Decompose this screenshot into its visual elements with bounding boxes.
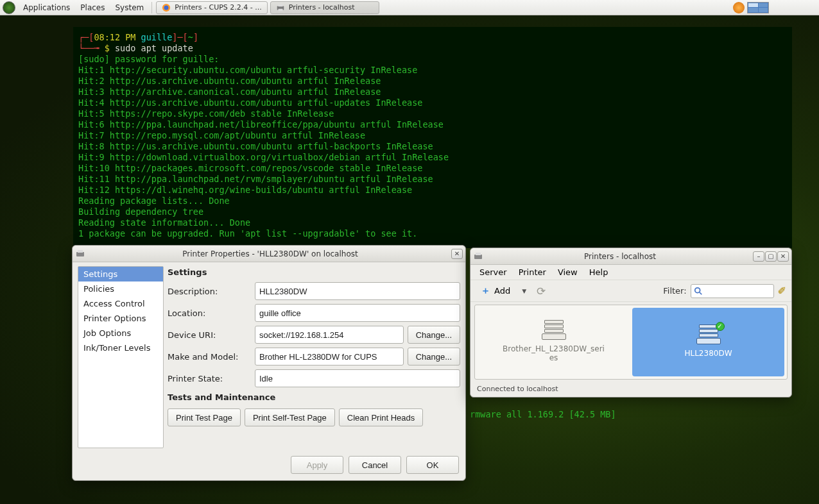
minimize-icon: – — [757, 253, 761, 260]
menu-applications[interactable]: Applications — [19, 2, 74, 13]
printer-item-hll2380dw[interactable]: ✓ HLL2380DW — [632, 308, 784, 376]
brush-icon: ✐ — [778, 285, 786, 297]
terminal-output-fragment: rmware all 1.169.2 [42.5 MB] — [470, 409, 616, 419]
svg-line-10 — [699, 292, 702, 294]
window-title: Printers - localhost — [487, 252, 753, 261]
window-title: Printer Properties - 'HLL2380DW' on loca… — [89, 249, 451, 258]
plus-icon: ＋ — [481, 285, 490, 297]
sidebar-item-ink-toner[interactable]: Ink/Toner Levels — [78, 340, 163, 355]
titlebar[interactable]: Printers - localhost – ▢ ✕ — [470, 248, 791, 265]
label-printer-state: Printer State: — [168, 374, 251, 383]
filter-label: Filter: — [663, 286, 686, 296]
button-ok[interactable]: OK — [406, 456, 459, 474]
sidebar-item-job-options[interactable]: Job Options — [78, 326, 163, 340]
statusbar: Connected to localhost — [470, 382, 791, 397]
menu-help[interactable]: Help — [584, 266, 614, 278]
taskbar-entry-label: Printers - localhost — [289, 3, 355, 12]
add-label: Add — [494, 286, 510, 296]
menu-printer[interactable]: Printer — [513, 266, 551, 278]
maximize-icon: ▢ — [768, 253, 773, 260]
input-printer-state — [255, 369, 460, 387]
clear-filter-button[interactable]: ✐ — [778, 285, 786, 297]
window-maximize-button[interactable]: ▢ — [765, 251, 777, 262]
firefox-icon — [162, 3, 171, 12]
button-apply: Apply — [291, 456, 343, 474]
input-location[interactable] — [255, 304, 460, 322]
default-check-icon: ✓ — [716, 322, 725, 331]
printer-icon — [276, 3, 285, 12]
input-description[interactable] — [255, 282, 460, 300]
printer-item-brother[interactable]: Brother_HL_L2380DW_series — [478, 308, 630, 376]
dialog-footer: Apply Cancel OK — [73, 451, 465, 480]
menu-places[interactable]: Places — [76, 2, 108, 13]
label-description: Description: — [168, 287, 251, 296]
sidebar-item-access-control[interactable]: Access Control — [78, 296, 163, 311]
refresh-button[interactable]: ⟳ — [533, 285, 549, 298]
window-close-button[interactable]: ✕ — [451, 249, 463, 259]
distro-logo-icon[interactable] — [3, 1, 15, 14]
label-device-uri: Device URI: — [168, 330, 251, 340]
printer-icon — [75, 249, 85, 259]
printer-stack-icon — [540, 320, 567, 340]
add-dropdown[interactable]: ▼ — [519, 288, 529, 294]
sidebar-item-printer-options[interactable]: Printer Options — [78, 311, 163, 326]
input-make-model — [255, 348, 404, 365]
terminal-output[interactable]: ┌─[08:12 PM guille]─[~] └──╼ $ sudo apt … — [73, 27, 792, 248]
svg-rect-3 — [278, 4, 282, 6]
printer-item-label: HLL2380DW — [684, 349, 732, 358]
taskbar-entry-firefox[interactable]: Printers - CUPS 2.2.4 - ... — [156, 1, 268, 14]
tray-blank — [772, 2, 816, 13]
button-change-make-model[interactable]: Change... — [408, 348, 460, 365]
close-icon: ✕ — [454, 250, 460, 257]
panel-separator — [151, 2, 152, 13]
menubar: Server Printer View Help — [470, 265, 791, 280]
label-location: Location: — [168, 308, 251, 318]
input-device-uri — [255, 326, 404, 344]
button-add-printer[interactable]: ＋ Add — [476, 283, 515, 299]
system-tray — [733, 2, 816, 13]
titlebar[interactable]: Printer Properties - 'HLL2380DW' on loca… — [73, 246, 465, 262]
menu-system[interactable]: System — [111, 2, 148, 13]
button-change-device-uri[interactable]: Change... — [408, 326, 460, 344]
svg-rect-4 — [278, 8, 282, 11]
svg-rect-5 — [76, 252, 84, 256]
button-print-test-page[interactable]: Print Test Page — [168, 408, 241, 426]
printers-list: Brother_HL_L2380DW_series ✓ HLL2380DW — [474, 305, 788, 380]
sidebar-item-policies[interactable]: Policies — [78, 281, 163, 296]
button-print-self-test[interactable]: Print Self-Test Page — [245, 408, 335, 426]
top-panel: Applications Places System Printers - CU… — [0, 0, 819, 15]
window-printer-properties: Printer Properties - 'HLL2380DW' on loca… — [72, 245, 466, 481]
label-make-model: Make and Model: — [168, 352, 251, 362]
tests-heading: Tests and Maintenance — [168, 392, 460, 402]
menu-server[interactable]: Server — [474, 266, 512, 278]
printer-icon — [473, 251, 483, 262]
tray-firefox-icon[interactable] — [733, 2, 745, 13]
workspace-switcher[interactable] — [747, 2, 769, 13]
menu-view[interactable]: View — [553, 266, 583, 278]
section-heading: Settings — [168, 267, 460, 277]
settings-form: Settings Description: Location: Device U… — [168, 266, 460, 448]
svg-point-1 — [164, 5, 169, 10]
filter-input[interactable] — [691, 284, 774, 298]
properties-sidebar: Settings Policies Access Control Printer… — [78, 266, 164, 448]
search-icon — [694, 287, 703, 296]
svg-rect-7 — [474, 255, 482, 259]
close-icon: ✕ — [780, 253, 786, 260]
window-minimize-button[interactable]: – — [753, 251, 764, 262]
window-close-button[interactable]: ✕ — [777, 251, 789, 262]
svg-point-9 — [694, 287, 700, 292]
button-cancel[interactable]: Cancel — [349, 456, 401, 474]
toolbar: ＋ Add ▼ ⟳ Filter: ✐ — [470, 280, 791, 302]
taskbar-entry-printers[interactable]: Printers - localhost — [270, 1, 379, 14]
taskbar-entry-label: Printers - CUPS 2.2.4 - ... — [175, 3, 262, 12]
printer-stack-icon: ✓ — [695, 324, 722, 345]
svg-rect-8 — [476, 253, 481, 255]
printer-item-label: Brother_HL_L2380DW_series — [503, 344, 605, 362]
refresh-icon: ⟳ — [537, 285, 546, 298]
sidebar-item-settings[interactable]: Settings — [78, 267, 163, 281]
button-clean-print-heads[interactable]: Clean Print Heads — [339, 408, 424, 426]
svg-rect-6 — [78, 250, 83, 253]
window-printers: Printers - localhost – ▢ ✕ Server Printe… — [470, 248, 792, 398]
